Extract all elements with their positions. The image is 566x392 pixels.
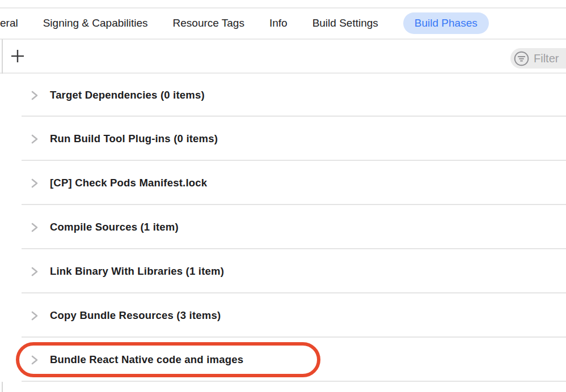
chevron-right-icon[interactable] bbox=[31, 178, 38, 188]
target-editor-tab-bar: eral Signing & Capabilities Resource Tag… bbox=[0, 8, 566, 38]
chevron-right-icon[interactable] bbox=[31, 355, 38, 365]
chevron-right-icon[interactable] bbox=[31, 91, 38, 100]
build-phase-row-bundle-react-native[interactable]: Bundle React Native code and images bbox=[0, 338, 566, 382]
build-phase-label: Bundle React Native code and images bbox=[50, 353, 243, 366]
build-phase-label: Target Dependencies (0 items) bbox=[50, 89, 205, 101]
plus-icon bbox=[11, 49, 24, 63]
build-phase-label: Run Build Tool Plug-ins (0 items) bbox=[50, 133, 218, 145]
build-phase-row-cp-check-pods-manifest[interactable]: [CP] Check Pods Manifest.lock bbox=[0, 161, 566, 205]
chevron-right-icon[interactable] bbox=[31, 267, 38, 276]
filter-field[interactable] bbox=[510, 48, 566, 69]
build-phases-toolbar bbox=[0, 40, 566, 73]
tab-build-phases[interactable]: Build Phases bbox=[403, 12, 489, 34]
build-phase-label: Compile Sources (1 item) bbox=[50, 221, 179, 233]
build-phase-label: [CP] Check Pods Manifest.lock bbox=[50, 177, 207, 189]
filter-input[interactable] bbox=[534, 52, 566, 65]
build-phase-row-copy-bundle-resources[interactable]: Copy Bundle Resources (3 items) bbox=[0, 293, 566, 338]
build-phase-label: Copy Bundle Resources (3 items) bbox=[50, 309, 221, 322]
build-phases-list: Target Dependencies (0 items) Run Build … bbox=[0, 74, 566, 382]
tab-signing-capabilities[interactable]: Signing & Capabilities bbox=[43, 12, 148, 34]
filter-icon bbox=[514, 51, 529, 66]
chevron-right-icon[interactable] bbox=[31, 311, 38, 321]
build-phase-row-target-dependencies[interactable]: Target Dependencies (0 items) bbox=[0, 74, 566, 117]
tab-build-settings[interactable]: Build Settings bbox=[312, 12, 378, 34]
build-phase-row-link-binary[interactable]: Link Binary With Libraries (1 item) bbox=[0, 249, 566, 293]
build-phase-row-run-build-tool-plugins[interactable]: Run Build Tool Plug-ins (0 items) bbox=[0, 117, 566, 161]
build-phase-label: Link Binary With Libraries (1 item) bbox=[50, 265, 224, 278]
tab-general[interactable]: eral bbox=[0, 12, 18, 34]
build-phase-row-compile-sources[interactable]: Compile Sources (1 item) bbox=[0, 205, 566, 249]
tab-info[interactable]: Info bbox=[269, 12, 288, 34]
add-build-phase-button[interactable] bbox=[10, 49, 25, 63]
chevron-right-icon[interactable] bbox=[31, 223, 38, 232]
chevron-right-icon[interactable] bbox=[31, 134, 38, 144]
tab-resource-tags[interactable]: Resource Tags bbox=[173, 12, 244, 34]
